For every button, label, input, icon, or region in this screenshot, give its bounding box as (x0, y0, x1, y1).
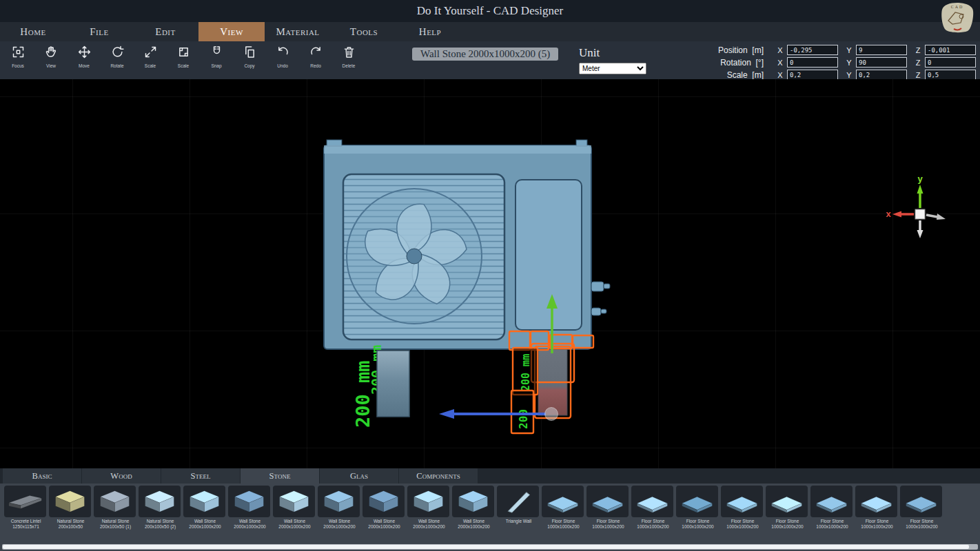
item-thumbnail (407, 486, 449, 517)
menu-item-help[interactable]: Help (397, 22, 463, 41)
catalog-item[interactable]: Wall Stone2000x1000x200 (183, 486, 227, 541)
unit-select[interactable]: Meter (579, 63, 646, 74)
catalog-item[interactable]: Natural Stone200x100x50 (2) (139, 486, 182, 541)
tab-glas[interactable]: Glas (320, 468, 398, 484)
axis-x-label: X (776, 71, 784, 79)
tab-steel[interactable]: Steel (161, 468, 240, 484)
catalog-item[interactable]: Floor Stone1000x1000x200 (721, 486, 764, 541)
svg-text:200: 200 (517, 409, 530, 429)
catalog-panel: Concrete Lintel1250x115x71Natural Stone2… (0, 484, 980, 543)
catalog-item[interactable]: Wall Stone2000x1000x200 (407, 486, 451, 541)
app-window: Do It Yourself - CAD Designer CAD HomeFi… (0, 0, 980, 551)
rotate-button[interactable]: Rotate (101, 41, 134, 68)
catalog-tabs: BasicWoodSteelStoneGlasComponents (0, 468, 980, 484)
delete-icon (342, 50, 356, 61)
focus-icon (11, 50, 25, 61)
dimension-label: 200 mm (352, 360, 374, 428)
item-thumbnail (542, 486, 584, 517)
scale-arrows-icon (143, 50, 158, 61)
rotation-y-input[interactable] (856, 57, 907, 67)
item-thumbnail (4, 486, 46, 517)
item-thumbnail (586, 486, 629, 517)
position-z-input[interactable] (925, 45, 976, 55)
tab-stone[interactable]: Stone (241, 468, 319, 484)
app-logo: CAD (939, 1, 976, 33)
copy-icon (243, 50, 257, 61)
catalog-scrollbar[interactable] (0, 543, 980, 551)
item-thumbnail (228, 486, 270, 517)
menu-item-file[interactable]: File (66, 22, 132, 41)
scrollbar-track[interactable] (2, 544, 978, 550)
delete-button[interactable]: Delete (332, 41, 365, 68)
viewport-canvas[interactable]: 200 mm 200 mm (0, 79, 980, 468)
scale-y-input[interactable] (856, 70, 907, 80)
catalog-item[interactable]: Floor Stone1000x1000x200 (900, 486, 943, 541)
axis-x-label: X (776, 59, 784, 67)
snap-button[interactable]: Snap (200, 41, 233, 68)
ac-unit[interactable] (324, 140, 610, 349)
item-thumbnail (94, 486, 136, 517)
catalog-item[interactable]: Natural Stone200x100x50 (1) (94, 486, 137, 541)
catalog-item[interactable]: Triangle Wall (497, 486, 540, 541)
catalog-item[interactable]: Floor Stone1000x1000x200 (855, 486, 899, 541)
catalog-item[interactable]: Concrete Lintel1250x115x71 (4, 486, 48, 541)
catalog-item[interactable]: Floor Stone1000x1000x200 (631, 486, 675, 541)
hand-button[interactable]: View (34, 41, 68, 68)
catalog-item[interactable]: Wall Stone2000x1000x200 (318, 486, 361, 541)
menu-item-tools[interactable]: Tools (331, 22, 397, 41)
redo-icon (309, 50, 323, 61)
scale-frame-icon (176, 50, 191, 61)
stone-block-left[interactable] (377, 351, 409, 417)
scrollbar-thumb[interactable] (3, 545, 969, 549)
menu-item-material[interactable]: Material (265, 22, 331, 41)
tab-components[interactable]: Components (399, 468, 478, 484)
scale-frame-button[interactable]: Scale (167, 41, 200, 68)
item-thumbnail (676, 486, 718, 517)
catalog-item[interactable]: Floor Stone1000x1000x200 (586, 486, 630, 541)
orientation-gizmo[interactable]: y x (886, 174, 946, 238)
menu-item-edit[interactable]: Edit (132, 22, 198, 41)
position-x-input[interactable] (787, 45, 838, 55)
menu-item-view[interactable]: View (198, 22, 265, 41)
item-thumbnail (363, 486, 405, 517)
axis-z-label: Z (914, 46, 922, 54)
catalog-item[interactable]: Wall Stone2000x1000x200 (228, 486, 272, 541)
item-thumbnail (318, 486, 360, 517)
catalog-item[interactable]: Floor Stone1000x1000x200 (542, 486, 585, 541)
rotation-row: Rotation [°] X Y Z (708, 57, 976, 67)
move-gizmo-center[interactable] (545, 408, 558, 421)
item-thumbnail (855, 486, 897, 517)
unit-block: Unit Meter (579, 46, 646, 74)
catalog-item[interactable]: Wall Stone2000x1000x200 (363, 486, 406, 541)
tab-basic[interactable]: Basic (3, 468, 81, 484)
dimension-box: 200 (511, 391, 533, 433)
rotation-x-input[interactable] (787, 57, 838, 67)
position-label: Position [m] (708, 45, 764, 55)
scale-x-input[interactable] (787, 70, 838, 80)
menu-item-home[interactable]: Home (0, 22, 66, 41)
catalog-item[interactable]: Floor Stone1000x1000x200 (810, 486, 854, 541)
item-thumbnail (273, 486, 315, 517)
snap-icon (210, 50, 224, 61)
catalog-item[interactable]: Floor Stone1000x1000x200 (676, 486, 719, 541)
position-row: Position [m] X Y Z (708, 45, 976, 55)
focus-button[interactable]: Focus (1, 41, 34, 68)
scale-z-input[interactable] (925, 70, 976, 80)
move-button[interactable]: Move (68, 41, 101, 68)
position-y-input[interactable] (856, 45, 907, 55)
svg-text:200 mm: 200 mm (520, 354, 532, 391)
redo-button[interactable]: Redo (299, 41, 332, 68)
tab-wood[interactable]: Wood (82, 468, 161, 484)
axis-x-gizmo-label: x (886, 209, 891, 219)
scale-label: Scale [m] (708, 70, 764, 80)
catalog-item[interactable]: Wall Stone2000x1000x200 (273, 486, 316, 541)
titlebar: Do It Yourself - CAD Designer (0, 0, 980, 22)
catalog-item[interactable]: Natural Stone200x100x50 (49, 486, 92, 541)
undo-button[interactable]: Undo (266, 41, 299, 68)
catalog-item[interactable]: Floor Stone1000x1000x200 (766, 486, 809, 541)
unit-label: Unit (579, 46, 646, 60)
rotation-z-input[interactable] (925, 57, 976, 67)
scale-arrows-button[interactable]: Scale (134, 41, 167, 68)
catalog-item[interactable]: Wall Stone2000x1000x200 (452, 486, 496, 541)
copy-button[interactable]: Copy (233, 41, 266, 68)
